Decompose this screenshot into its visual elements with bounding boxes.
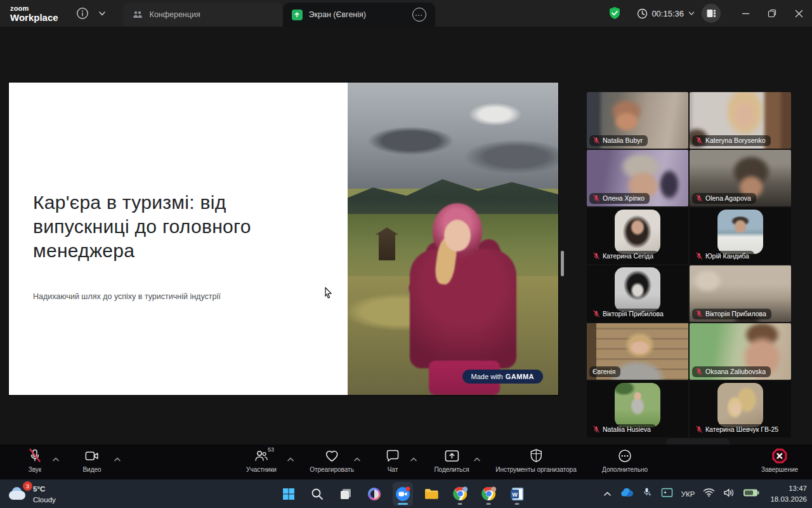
video-button[interactable]: Видео	[82, 448, 101, 473]
photo-person	[396, 203, 535, 395]
camera-icon	[84, 448, 100, 464]
weather-cloud-icon: 3	[8, 486, 28, 502]
heart-icon	[324, 448, 339, 464]
end-meeting-button[interactable]: Завершение	[761, 448, 798, 473]
view-layout-button[interactable]	[702, 4, 721, 23]
participant-name-label: Вікторія Прибилова	[589, 309, 669, 319]
participant-name-label: Олена Хріпко	[589, 193, 650, 204]
mute-label: Звук	[29, 466, 42, 473]
participants-options-chevron[interactable]	[287, 453, 294, 465]
participant-tile[interactable]: Nataliia Husieva	[587, 381, 688, 438]
chrome-icon-profile-1[interactable]	[450, 482, 470, 506]
chat-options-chevron[interactable]	[410, 453, 417, 465]
taskbar-clock[interactable]: 13:47 18.03.2026	[770, 483, 807, 504]
meeting-tabs: Конференция Экран (Євгенія) …	[123, 0, 435, 27]
audio-options-chevron[interactable]	[52, 453, 60, 465]
restore-button[interactable]	[759, 0, 785, 27]
participants-grid: Natalia Bubyr Kateryna Borysenko	[587, 92, 791, 438]
windows-taskbar: 3 5°C Cloudy	[0, 479, 812, 508]
participant-tile[interactable]: Катерина Сегіда	[587, 208, 688, 264]
mic-muted-icon	[695, 310, 703, 318]
participant-tile[interactable]: Olena Agapova	[690, 150, 791, 206]
react-button[interactable]: Отреагировать	[310, 448, 354, 473]
participant-avatar	[717, 210, 763, 254]
host-tools-button[interactable]: Инструменты организатора	[495, 448, 576, 473]
chrome-icon-profile-2[interactable]	[478, 482, 499, 506]
file-explorer-icon[interactable]	[421, 482, 442, 506]
svg-text:W: W	[512, 491, 518, 498]
logo-zoom-text: zoom	[10, 5, 58, 12]
word-icon[interactable]: W	[507, 482, 527, 506]
mic-muted-icon	[695, 425, 703, 433]
participant-tile[interactable]: Олена Хріпко	[587, 150, 688, 206]
taskbar-date: 18.03.2026	[770, 494, 807, 505]
tray-chevron-up-icon[interactable]	[603, 488, 612, 500]
mic-in-use-icon[interactable]	[642, 487, 653, 500]
participant-avatar	[615, 267, 660, 312]
react-options-chevron[interactable]	[353, 453, 361, 465]
volume-icon[interactable]	[723, 488, 735, 500]
participant-tile[interactable]: Kateryna Borysenko	[690, 92, 791, 149]
taskbar-time: 13:47	[770, 483, 807, 494]
participants-button[interactable]: 53 Участники	[246, 448, 277, 473]
slide-photo: Made withGAMMA	[348, 83, 558, 395]
participant-tile[interactable]: Natalia Bubyr	[587, 92, 688, 149]
zoom-app-icon[interactable]	[393, 482, 413, 506]
host-tools-label: Инструменты организатора	[495, 466, 576, 473]
share-button[interactable]: Поделиться	[434, 448, 469, 473]
logo-workplace-text: Workplace	[10, 13, 58, 22]
chevron-down-icon[interactable]	[98, 9, 107, 18]
made-with-gamma-badge: Made withGAMMA	[462, 370, 543, 384]
tab-more-icon[interactable]: …	[412, 8, 426, 22]
close-button[interactable]	[785, 0, 812, 27]
participant-tile[interactable]: Катерина Шевчук ГВ-25	[690, 381, 791, 438]
participant-tile[interactable]: Юрій Кандиба	[690, 208, 791, 264]
mute-button[interactable]: Звук	[28, 448, 42, 473]
security-shield-icon[interactable]	[608, 6, 622, 21]
tab-meeting-label: Конференция	[150, 10, 274, 19]
participant-tile[interactable]: Євгенія	[587, 323, 688, 380]
chat-button[interactable]: Чат	[385, 448, 400, 473]
screen-share-icon	[292, 10, 303, 20]
copilot-icon[interactable]	[364, 482, 384, 506]
participant-name-label: Юрій Кандиба	[692, 251, 754, 262]
search-icon[interactable]	[307, 482, 327, 506]
more-button[interactable]: Дополнительно	[602, 448, 648, 473]
participant-name-label: Oksana Zaliubovska	[692, 366, 771, 377]
participant-avatar	[615, 210, 660, 254]
weather-widget[interactable]: 3 5°C Cloudy	[8, 482, 56, 506]
mic-muted-icon	[593, 137, 600, 144]
meeting-timer[interactable]: 00:15:36	[637, 8, 695, 19]
battery-icon[interactable]	[743, 488, 759, 500]
participant-avatar	[615, 383, 660, 427]
language-indicator[interactable]: УКР	[681, 490, 695, 498]
zoom-workplace-window: zoom Workplace Конференция Экран (Євгені…	[0, 0, 812, 508]
wifi-icon[interactable]	[703, 488, 715, 500]
start-button[interactable]	[278, 482, 299, 506]
task-view-icon[interactable]	[336, 482, 356, 506]
participants-count: 53	[268, 446, 274, 453]
participant-avatar	[717, 383, 763, 427]
end-meeting-label: Завершение	[761, 466, 798, 473]
minimize-button[interactable]	[732, 0, 759, 27]
participant-tile[interactable]: Вікторія Прибилова	[587, 265, 688, 322]
taskbar-app-icons: W	[278, 479, 527, 508]
snipping-tool-icon[interactable]	[661, 487, 673, 500]
title-bar: zoom Workplace Конференция Экран (Євгені…	[0, 0, 812, 27]
participant-name-label: Катерина Шевчук ГВ-25	[692, 424, 783, 435]
onedrive-icon[interactable]	[620, 488, 634, 500]
video-options-chevron[interactable]	[114, 453, 121, 465]
mic-muted-icon	[593, 310, 600, 318]
slide-title: Кар'єра в туризмі: від випускниці до гол…	[33, 190, 325, 263]
scrollbar-thumb[interactable]	[561, 251, 564, 276]
shared-screen-area: Кар'єра в туризмі: від випускниці до гол…	[0, 27, 812, 444]
tab-screen-share[interactable]: Экран (Євгенія) …	[283, 3, 435, 27]
participant-tile[interactable]: Oksana Zaliubovska	[690, 323, 791, 380]
tab-screen-label: Экран (Євгенія)	[309, 10, 412, 19]
participant-tile[interactable]: Вікторія Прибилова	[690, 265, 791, 322]
system-tray: УКР 13:47 18.03.2026	[603, 479, 807, 508]
info-icon[interactable]	[76, 7, 89, 20]
timer-value: 00:15:36	[652, 9, 684, 18]
share-options-chevron[interactable]	[473, 453, 481, 465]
tab-meeting[interactable]: Конференция	[123, 3, 283, 27]
